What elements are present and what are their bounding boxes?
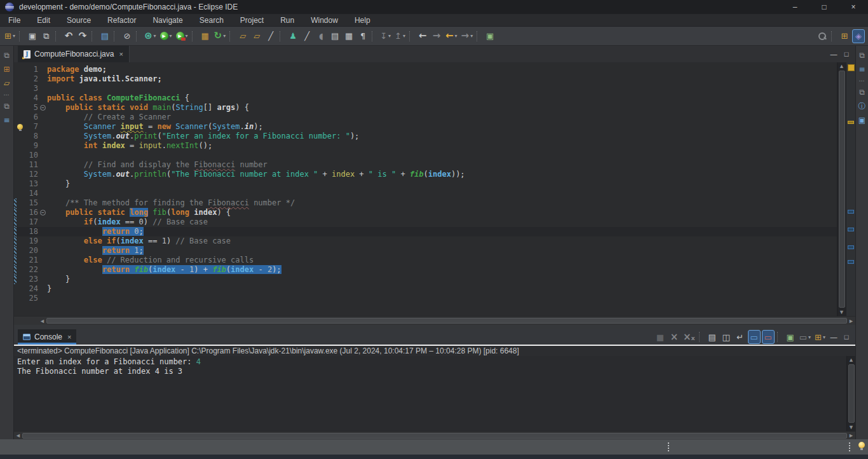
collapse-fold-icon[interactable]: − [40, 210, 46, 216]
scrollbar-thumb[interactable] [839, 71, 845, 308]
scroll-down-icon[interactable]: ▼ [848, 423, 854, 431]
pin-editor-icon[interactable]: ▣ [484, 29, 496, 43]
strip-drag-handle[interactable]: ⋯ [4, 92, 10, 98]
scroll-right-icon[interactable]: ► [848, 432, 854, 439]
terminate-icon[interactable]: ■ [654, 330, 667, 344]
help-view-icon[interactable]: ⓘ [857, 100, 868, 112]
close-tab-icon[interactable]: × [119, 50, 123, 58]
outline-view-icon[interactable]: ≡ [1, 114, 13, 126]
open-console-icon[interactable]: ⊞▾ [813, 330, 827, 344]
console-output[interactable]: Enter an index for a Fibonacci number: 4… [14, 356, 846, 431]
scroll-left-icon[interactable]: ◄ [39, 317, 45, 325]
previous-annotation-icon[interactable]: ↥▾ [393, 29, 407, 43]
scrollbar-thumb[interactable] [22, 433, 847, 439]
close-button[interactable]: × [839, 0, 868, 14]
menu-window[interactable]: Window [302, 14, 346, 26]
close-console-tab-icon[interactable]: × [67, 333, 71, 341]
dropdown-caret-icon[interactable]: ▾ [223, 33, 226, 39]
dropdown-caret-icon[interactable]: ▾ [455, 33, 458, 39]
maximize-editor-button[interactable]: □ [840, 50, 853, 58]
build-all-icon[interactable]: ↻▾ [213, 29, 227, 43]
externalize-strings-icon[interactable]: ♟ [287, 29, 299, 43]
dropdown-caret-icon[interactable]: ▾ [823, 334, 825, 340]
code-area[interactable]: 1package demo;2import java.util.Scanner;… [14, 62, 837, 316]
maximize-button[interactable]: □ [810, 0, 839, 14]
console-vertical-scrollbar[interactable]: ▲ ▼ [846, 356, 855, 431]
scroll-down-icon[interactable]: ▼ [839, 308, 844, 316]
clear-console-icon[interactable]: ▤ [706, 330, 719, 344]
warning-lightbulb-icon[interactable] [17, 124, 23, 130]
save-icon[interactable]: ▣ [26, 29, 39, 43]
editor-console-sash[interactable] [14, 325, 855, 329]
tab-console[interactable]: Console × [18, 329, 76, 345]
dropdown-caret-icon[interactable]: ▾ [403, 33, 405, 39]
occurrence-marker[interactable] [848, 228, 854, 231]
java-perspective-icon[interactable]: ◈ [852, 29, 865, 43]
minimize-button[interactable]: – [780, 0, 810, 14]
scroll-lock-icon[interactable]: ◫ [720, 330, 733, 344]
package-explorer-view-icon[interactable]: ⊞ [1, 64, 13, 75]
dropdown-caret-icon[interactable]: ▾ [186, 33, 188, 39]
warning-marker[interactable] [848, 64, 855, 71]
menu-source[interactable]: Source [58, 14, 99, 26]
format-brush-icon[interactable]: ╱ [264, 29, 277, 43]
coverage-icon[interactable]: ▦ [199, 29, 212, 43]
console-horizontal-scrollbar[interactable]: ◄ ► [14, 431, 855, 439]
open-resource-icon[interactable]: ▱ [250, 29, 263, 43]
task-list-view-icon[interactable]: ≡ [857, 64, 868, 75]
run-icon[interactable]: ▶▾ [159, 29, 173, 43]
dropdown-caret-icon[interactable]: ▾ [388, 33, 391, 39]
undo-icon[interactable]: ↶ [62, 29, 75, 43]
minimize-editor-button[interactable]: — [827, 50, 840, 58]
show-whitespace-icon[interactable]: ¶ [356, 29, 369, 43]
strip-drag-handle[interactable]: ⋯ [859, 78, 865, 84]
restore-view-icon[interactable]: ⧉ [857, 50, 868, 61]
dropdown-caret-icon[interactable]: ▾ [470, 33, 473, 39]
dropdown-caret-icon[interactable]: ▾ [154, 33, 156, 39]
save-all-icon[interactable]: ⧉ [40, 29, 53, 43]
open-console-view-icon[interactable]: ▤ [98, 29, 111, 43]
statusbar-grip[interactable] [849, 442, 850, 451]
next-edit-location-icon[interactable]: → [430, 29, 443, 43]
notification-lightbulb-icon[interactable] [858, 442, 865, 452]
editor-horizontal-scrollbar[interactable]: ◄ ► [14, 316, 855, 325]
minimize-console-button[interactable]: — [827, 333, 840, 341]
menu-navigate[interactable]: Navigate [144, 14, 191, 26]
overview-ruler[interactable] [846, 62, 855, 316]
scroll-up-icon[interactable]: ▲ [848, 356, 854, 364]
restore-view-2-icon[interactable]: ⧉ [1, 100, 13, 112]
menu-refactor[interactable]: Refactor [99, 14, 144, 26]
scroll-up-icon[interactable]: ▲ [839, 62, 844, 70]
restore-view-2-icon[interactable]: ⧉ [857, 86, 868, 98]
scroll-right-icon[interactable]: ► [848, 317, 854, 325]
new-wizard-icon[interactable]: ⊞▾ [3, 29, 17, 43]
show-source-icon[interactable]: ▦ [342, 29, 355, 43]
toggle-mark-occurrences-icon[interactable]: ╱ [301, 29, 313, 43]
dropdown-caret-icon[interactable]: ▾ [13, 33, 15, 39]
menu-edit[interactable]: Edit [29, 14, 58, 26]
scrollbar-thumb[interactable] [46, 318, 847, 324]
dropdown-caret-icon[interactable]: ▾ [808, 334, 811, 340]
word-wrap-icon[interactable]: ↵ [734, 330, 747, 344]
menu-file[interactable]: File [0, 14, 29, 26]
occurrence-marker[interactable] [848, 210, 854, 214]
back-history-icon[interactable]: ←▾ [444, 29, 459, 43]
collapse-fold-icon[interactable]: − [40, 105, 46, 111]
internal-browser-view-icon[interactable]: ▣ [857, 114, 868, 126]
show-on-stdout-icon[interactable]: ▭ [748, 330, 761, 344]
menu-search[interactable]: Search [191, 14, 232, 26]
scroll-left-icon[interactable]: ◄ [15, 432, 21, 439]
display-selected-console-icon[interactable]: ▭▾ [798, 330, 812, 344]
warning-marker[interactable] [848, 121, 854, 124]
dropdown-caret-icon[interactable]: ▾ [170, 33, 172, 39]
scrollbar-thumb[interactable] [848, 364, 855, 423]
maximize-console-button[interactable]: □ [840, 333, 853, 341]
open-perspective-icon[interactable]: ⊞ [838, 29, 851, 43]
restore-view-icon[interactable]: ⧉ [1, 50, 13, 61]
remove-launch-icon[interactable]: × [668, 330, 681, 344]
menu-project[interactable]: Project [232, 14, 272, 26]
search-icon[interactable] [816, 29, 829, 43]
remove-all-terminated-icon[interactable]: ×ₓ [682, 330, 696, 344]
redo-icon[interactable]: ↷ [76, 29, 89, 43]
forward-history-icon[interactable]: →▾ [460, 29, 475, 43]
